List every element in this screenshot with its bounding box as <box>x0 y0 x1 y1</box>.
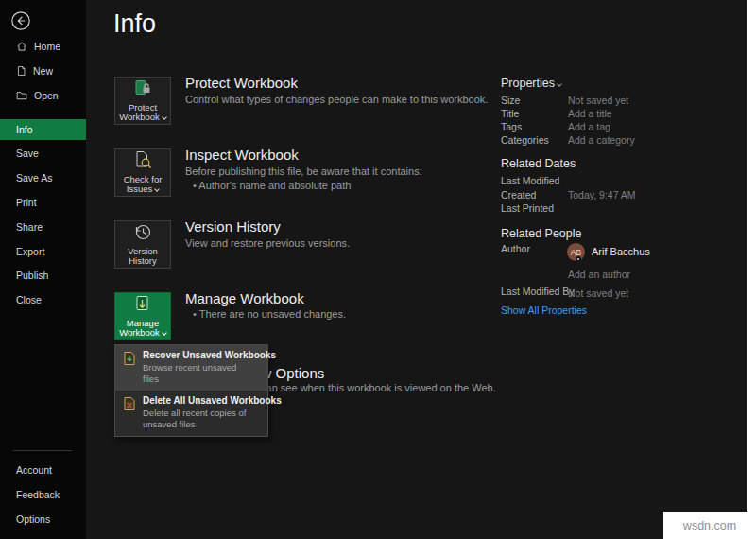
sidebar-item-home[interactable]: Home <box>0 36 86 57</box>
properties-header-label: Properties <box>501 77 555 90</box>
sidebar-item-share[interactable]: Share <box>0 217 86 237</box>
prop-value-tags[interactable]: Add a tag <box>568 121 610 132</box>
protect-workbook-icon <box>133 78 152 100</box>
sidebar-item-label: New <box>33 65 53 77</box>
prop-value-last-modified-by: Not saved yet <box>568 287 628 299</box>
presence-dot <box>576 256 581 262</box>
sidebar-item-label: Save As <box>16 172 53 183</box>
sidebar-item-save[interactable]: Save <box>0 143 86 164</box>
sidebar-item-label: Export <box>16 246 44 257</box>
menu-item-desc: Delete all recent copies of unsaved file… <box>143 408 254 430</box>
manage-workbook-icon <box>133 294 152 316</box>
inspect-workbook-heading: Inspect Workbook <box>185 147 299 163</box>
menu-item-desc: Browse recent unsaved files <box>143 362 254 385</box>
chevron-down-icon <box>162 331 167 337</box>
button-label: Protect Workbook <box>119 102 160 123</box>
manage-workbook-dropdown: Recover Unsaved Workbooks Browse recent … <box>114 344 268 437</box>
new-file-icon <box>16 65 26 77</box>
menu-item-recover-unsaved-workbooks[interactable]: Recover Unsaved Workbooks Browse recent … <box>115 345 267 391</box>
prop-value-created: Today, 9:47 AM <box>568 189 636 200</box>
sidebar-item-print[interactable]: Print <box>0 192 86 213</box>
menu-item-title: Delete All Unsaved Workbooks <box>143 395 282 406</box>
sidebar-item-label: Options <box>16 513 50 525</box>
sidebar-item-label: Open <box>34 90 59 101</box>
home-icon <box>16 41 27 52</box>
related-dates-header: Related Dates <box>501 157 576 170</box>
back-arrow-icon <box>10 10 31 31</box>
protect-workbook-heading: Protect Workbook <box>185 75 298 91</box>
prop-label-tags: Tags <box>501 121 522 132</box>
inspect-workbook-desc: Before publishing this file, be aware th… <box>185 165 422 177</box>
manage-workbook-button[interactable]: Manage Workbook <box>114 292 171 340</box>
sidebar-item-label: Home <box>34 41 60 52</box>
prop-value-categories[interactable]: Add a category <box>568 134 635 146</box>
prop-label-created: Created <box>501 189 536 200</box>
version-history-heading: Version History <box>185 218 281 235</box>
prop-label-last-modified-by: Last Modified By <box>501 286 575 297</box>
sidebar-item-label: Share <box>16 221 43 233</box>
protect-workbook-desc: Control what types of changes people can… <box>185 94 488 105</box>
chevron-down-icon <box>162 115 167 121</box>
prop-label-size: Size <box>501 95 520 106</box>
button-label: Version History <box>128 246 158 267</box>
button-label: Manage Workbook <box>119 318 160 339</box>
sidebar-item-account[interactable]: Account <box>0 460 86 480</box>
watermark-text: wsdn.com <box>683 519 736 532</box>
menu-item-delete-all-unsaved-workbooks[interactable]: Delete All Unsaved Workbooks Delete all … <box>115 391 267 436</box>
menu-item-title: Recover Unsaved Workbooks <box>143 350 276 360</box>
prop-value-size: Not saved yet <box>568 95 628 106</box>
open-folder-icon <box>16 90 27 101</box>
properties-header[interactable]: Properties <box>501 77 561 90</box>
show-all-properties-link[interactable]: Show All Properties <box>501 304 587 316</box>
watermark-box: wsdn.com <box>663 512 756 539</box>
sidebar-divider <box>13 450 72 451</box>
chevron-down-icon <box>154 187 160 193</box>
sidebar-item-label: Close <box>16 294 42 305</box>
version-history-button[interactable]: Version History <box>114 220 171 269</box>
sidebar-item-close[interactable]: Close <box>0 289 86 310</box>
prop-label-author: Author <box>501 243 530 254</box>
backstage-sidebar: Home New Open Info Save Save As Print Sh… <box>0 0 86 539</box>
version-history-icon <box>133 222 152 244</box>
prop-label-last-printed: Last Printed <box>501 202 554 214</box>
prop-label-title: Title <box>501 108 519 119</box>
sidebar-item-new[interactable]: New <box>0 61 86 81</box>
sidebar-item-open[interactable]: Open <box>0 85 86 106</box>
inspect-workbook-bullet: Author's name and absolute path <box>193 180 351 191</box>
prop-label-last-modified: Last Modified <box>501 175 559 186</box>
sidebar-item-publish[interactable]: Publish <box>0 265 86 286</box>
prop-value-title[interactable]: Add a title <box>568 108 612 119</box>
sidebar-item-label: Publish <box>16 270 48 281</box>
manage-workbook-bullet: There are no unsaved changes. <box>193 308 346 320</box>
page-edge <box>747 0 756 539</box>
protect-workbook-button[interactable]: Protect Workbook <box>114 77 171 125</box>
sidebar-item-label: Info <box>16 124 33 135</box>
page-title: Info <box>113 9 156 39</box>
sidebar-item-label: Feedback <box>16 489 60 500</box>
add-author-field[interactable]: Add an author <box>568 269 630 280</box>
sidebar-item-label: Save <box>16 148 39 159</box>
prop-label-categories: Categories <box>501 134 549 146</box>
chevron-down-icon <box>557 81 562 87</box>
sidebar-item-feedback[interactable]: Feedback <box>0 484 86 505</box>
sidebar-item-info[interactable]: Info <box>0 119 86 140</box>
manage-workbook-heading: Manage Workbook <box>185 290 304 306</box>
sidebar-item-label: Print <box>16 197 37 208</box>
version-history-desc: View and restore previous versions. <box>185 237 350 249</box>
back-button[interactable] <box>10 10 31 31</box>
delete-workbook-icon <box>122 395 137 430</box>
recover-workbook-icon <box>122 350 137 385</box>
sidebar-item-export[interactable]: Export <box>0 241 86 262</box>
check-for-issues-button[interactable]: Check for Issues <box>114 148 171 197</box>
author-name: Arif Bacchus <box>592 246 650 257</box>
sidebar-item-label: Account <box>16 464 52 476</box>
related-people-header: Related People <box>501 227 581 240</box>
check-for-issues-icon <box>133 150 152 172</box>
sidebar-item-save-as[interactable]: Save As <box>0 167 86 188</box>
sidebar-item-options[interactable]: Options <box>0 509 86 530</box>
